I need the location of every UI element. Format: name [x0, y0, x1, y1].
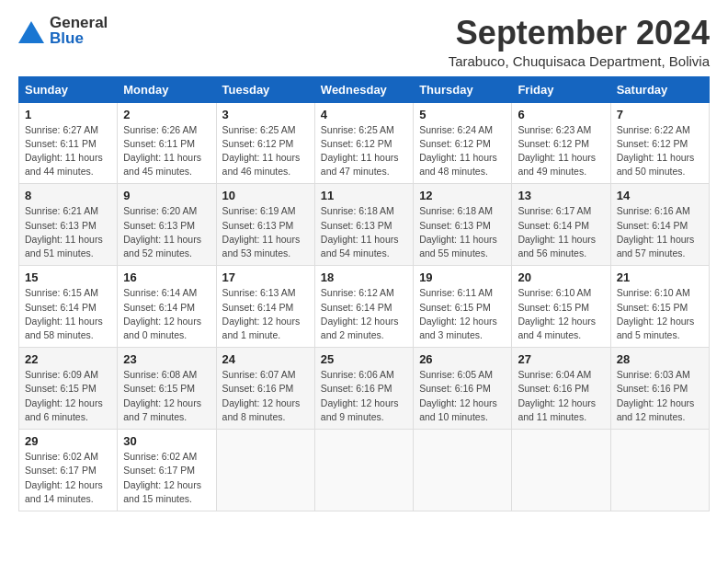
cell-sunset: Sunset: 6:13 PM	[123, 220, 195, 231]
cell-sunrise: Sunrise: 6:03 AM	[617, 369, 690, 380]
cell-daylight: Daylight: 11 hours and 49 minutes.	[518, 152, 596, 177]
day-number: 12	[419, 189, 506, 202]
cell-sunset: Sunset: 6:11 PM	[25, 138, 97, 149]
day-number: 30	[123, 434, 210, 448]
cell-daylight: Daylight: 12 hours and 4 minutes.	[518, 316, 596, 340]
logo-name: General Blue	[50, 15, 108, 46]
cell-sunrise: Sunrise: 6:23 AM	[518, 124, 591, 135]
weekday-header-thursday: Thursday	[414, 76, 512, 102]
weekday-header-tuesday: Tuesday	[216, 76, 314, 102]
cell-sunrise: Sunrise: 6:15 AM	[25, 287, 98, 298]
calendar-cell	[512, 430, 610, 511]
cell-sunset: Sunset: 6:12 PM	[222, 138, 294, 149]
day-number: 6	[518, 108, 604, 121]
calendar-cell: 2 Sunrise: 6:26 AM Sunset: 6:11 PM Dayli…	[118, 102, 216, 184]
cell-sunrise: Sunrise: 6:25 AM	[222, 124, 296, 135]
cell-sunrise: Sunrise: 6:25 AM	[321, 124, 394, 135]
logo-general-text: General	[50, 15, 108, 30]
day-number: 8	[25, 189, 111, 202]
cell-sunset: Sunset: 6:15 PM	[617, 302, 688, 313]
cell-sunset: Sunset: 6:11 PM	[123, 138, 195, 149]
calendar-cell: 28 Sunrise: 6:03 AM Sunset: 6:16 PM Dayl…	[610, 348, 709, 430]
cell-daylight: Daylight: 11 hours and 47 minutes.	[321, 152, 399, 177]
cell-daylight: Daylight: 12 hours and 5 minutes.	[617, 316, 695, 340]
calendar-cell: 30 Sunrise: 6:02 AM Sunset: 6:17 PM Dayl…	[118, 430, 216, 511]
calendar-cell: 16 Sunrise: 6:14 AM Sunset: 6:14 PM Dayl…	[118, 266, 216, 348]
day-number: 24	[222, 352, 309, 366]
day-number: 18	[321, 270, 407, 284]
cell-daylight: Daylight: 12 hours and 12 minutes.	[617, 397, 695, 422]
cell-daylight: Daylight: 12 hours and 2 minutes.	[321, 316, 399, 340]
day-number: 28	[617, 352, 703, 366]
cell-sunrise: Sunrise: 6:27 AM	[25, 124, 98, 135]
calendar-cell: 13 Sunrise: 6:17 AM Sunset: 6:14 PM Dayl…	[512, 184, 610, 266]
cell-sunset: Sunset: 6:16 PM	[617, 383, 688, 394]
day-number: 23	[123, 352, 210, 366]
cell-daylight: Daylight: 11 hours and 46 minutes.	[222, 152, 301, 177]
weekday-header-saturday: Saturday	[610, 76, 709, 102]
calendar-cell	[610, 430, 709, 511]
cell-daylight: Daylight: 12 hours and 1 minute.	[222, 316, 301, 340]
cell-sunrise: Sunrise: 6:02 AM	[123, 451, 197, 462]
calendar-cell: 25 Sunrise: 6:06 AM Sunset: 6:16 PM Dayl…	[314, 348, 413, 430]
calendar-cell: 9 Sunrise: 6:20 AM Sunset: 6:13 PM Dayli…	[118, 184, 216, 266]
calendar-cell: 11 Sunrise: 6:18 AM Sunset: 6:13 PM Dayl…	[314, 184, 413, 266]
cell-sunset: Sunset: 6:16 PM	[518, 383, 589, 394]
cell-sunset: Sunset: 6:15 PM	[419, 302, 491, 313]
cell-sunset: Sunset: 6:15 PM	[25, 383, 97, 394]
calendar-cell	[216, 430, 314, 511]
cell-sunrise: Sunrise: 6:16 AM	[617, 205, 690, 216]
day-number: 19	[419, 270, 506, 284]
cell-daylight: Daylight: 11 hours and 48 minutes.	[419, 152, 497, 177]
cell-daylight: Daylight: 12 hours and 15 minutes.	[123, 479, 201, 504]
cell-sunrise: Sunrise: 6:24 AM	[419, 124, 493, 135]
cell-sunrise: Sunrise: 6:11 AM	[419, 287, 493, 298]
cell-sunrise: Sunrise: 6:04 AM	[518, 369, 591, 380]
cell-daylight: Daylight: 11 hours and 56 minutes.	[518, 234, 596, 259]
cell-daylight: Daylight: 12 hours and 14 minutes.	[25, 479, 103, 504]
calendar-cell: 24 Sunrise: 6:07 AM Sunset: 6:16 PM Dayl…	[216, 348, 314, 430]
cell-sunset: Sunset: 6:13 PM	[222, 220, 294, 231]
calendar-header-row: SundayMondayTuesdayWednesdayThursdayFrid…	[19, 76, 710, 102]
day-number: 17	[222, 270, 309, 284]
cell-sunset: Sunset: 6:15 PM	[518, 302, 589, 313]
cell-sunset: Sunset: 6:12 PM	[419, 138, 491, 149]
calendar-cell: 5 Sunrise: 6:24 AM Sunset: 6:12 PM Dayli…	[414, 102, 512, 184]
calendar-cell: 23 Sunrise: 6:08 AM Sunset: 6:15 PM Dayl…	[118, 348, 216, 430]
calendar-cell: 20 Sunrise: 6:10 AM Sunset: 6:15 PM Dayl…	[512, 266, 610, 348]
cell-sunrise: Sunrise: 6:20 AM	[123, 205, 197, 216]
cell-daylight: Daylight: 11 hours and 57 minutes.	[617, 234, 695, 259]
day-number: 15	[25, 270, 111, 284]
cell-sunset: Sunset: 6:14 PM	[123, 302, 195, 313]
cell-daylight: Daylight: 11 hours and 55 minutes.	[419, 234, 497, 259]
day-number: 3	[222, 108, 309, 121]
cell-sunrise: Sunrise: 6:21 AM	[25, 205, 98, 216]
cell-sunset: Sunset: 6:14 PM	[518, 220, 589, 231]
logo-icon	[18, 21, 44, 43]
calendar-cell: 26 Sunrise: 6:05 AM Sunset: 6:16 PM Dayl…	[414, 348, 512, 430]
cell-sunset: Sunset: 6:12 PM	[518, 138, 589, 149]
day-number: 27	[518, 352, 604, 366]
cell-sunrise: Sunrise: 6:08 AM	[123, 369, 197, 380]
calendar-cell: 14 Sunrise: 6:16 AM Sunset: 6:14 PM Dayl…	[610, 184, 709, 266]
calendar-week-row: 22 Sunrise: 6:09 AM Sunset: 6:15 PM Dayl…	[19, 348, 710, 430]
calendar-cell: 29 Sunrise: 6:02 AM Sunset: 6:17 PM Dayl…	[19, 430, 118, 511]
calendar-cell: 6 Sunrise: 6:23 AM Sunset: 6:12 PM Dayli…	[512, 102, 610, 184]
day-number: 1	[25, 108, 111, 121]
cell-daylight: Daylight: 11 hours and 51 minutes.	[25, 234, 103, 259]
cell-sunrise: Sunrise: 6:19 AM	[222, 205, 296, 216]
calendar-week-row: 1 Sunrise: 6:27 AM Sunset: 6:11 PM Dayli…	[19, 102, 710, 184]
cell-sunset: Sunset: 6:14 PM	[25, 302, 97, 313]
calendar-cell: 4 Sunrise: 6:25 AM Sunset: 6:12 PM Dayli…	[314, 102, 413, 184]
cell-sunset: Sunset: 6:13 PM	[419, 220, 491, 231]
cell-sunset: Sunset: 6:15 PM	[123, 383, 195, 394]
cell-sunset: Sunset: 6:12 PM	[321, 138, 392, 149]
cell-sunrise: Sunrise: 6:18 AM	[419, 205, 493, 216]
cell-sunrise: Sunrise: 6:12 AM	[321, 287, 394, 298]
cell-daylight: Daylight: 11 hours and 44 minutes.	[25, 152, 103, 177]
calendar-cell: 7 Sunrise: 6:22 AM Sunset: 6:12 PM Dayli…	[610, 102, 709, 184]
cell-daylight: Daylight: 12 hours and 7 minutes.	[123, 397, 201, 422]
calendar-cell: 8 Sunrise: 6:21 AM Sunset: 6:13 PM Dayli…	[19, 184, 118, 266]
day-number: 10	[222, 189, 309, 202]
cell-daylight: Daylight: 11 hours and 45 minutes.	[123, 152, 201, 177]
